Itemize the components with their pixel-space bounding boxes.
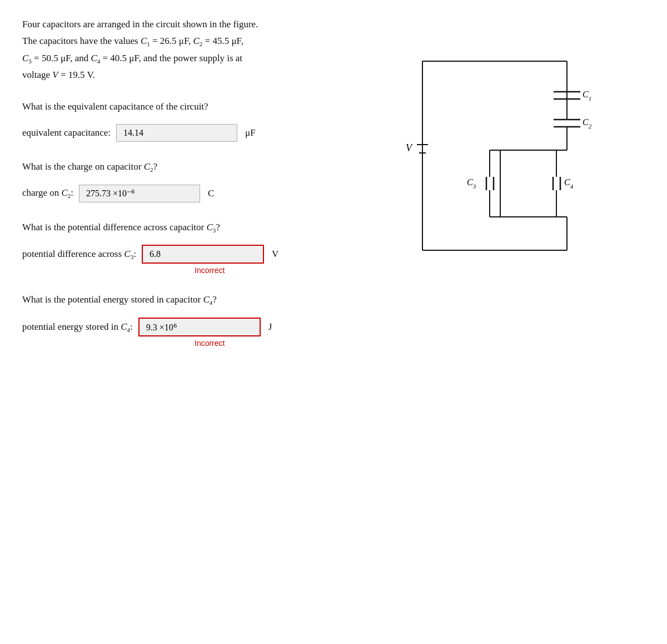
problem-text: Four capacitors are arranged in the circ… [22, 17, 367, 83]
question-text-4: What is the potential energy stored in c… [22, 293, 367, 308]
question-text-2: What is the charge on capacitor C2? [22, 160, 367, 175]
answer-unit-4: J [268, 321, 272, 333]
question-block-1: What is the equivalent capacitance of th… [22, 100, 367, 142]
question-block-4: What is the potential energy stored in c… [22, 293, 367, 348]
question-block-3: What is the potential difference across … [22, 220, 367, 275]
right-panel: V C1 [378, 17, 645, 298]
c4-label: C4 [564, 177, 574, 190]
intro-line-1: Four capacitors are arranged in the circ… [22, 17, 367, 32]
answer-input-2[interactable] [79, 185, 200, 202]
answer-label-2: charge on C2: [22, 187, 73, 199]
incorrect-label-4: Incorrect [195, 339, 367, 348]
answer-unit-3: V [272, 249, 278, 260]
answer-input-1[interactable] [116, 124, 237, 142]
answer-input-3[interactable] [142, 245, 264, 264]
circuit-diagram: V C1 [378, 28, 634, 295]
left-panel: Four capacitors are arranged in the circ… [22, 17, 378, 365]
page-layout: Four capacitors are arranged in the circ… [22, 17, 645, 365]
circuit-container: V C1 [378, 28, 645, 298]
answer-row-4: potential energy stored in C4: J [22, 318, 367, 336]
intro-line-4: voltage V = 19.5 V. [22, 67, 367, 83]
answer-row-2: charge on C2: C [22, 185, 367, 202]
c1-label: C1 [583, 90, 591, 102]
answer-label-1: equivalent capacitance: [22, 127, 111, 138]
incorrect-label-3: Incorrect [195, 266, 367, 275]
answer-label-4: potential energy stored in C4: [22, 321, 133, 333]
answer-row-3: potential difference across C3: V [22, 245, 367, 264]
c2-label: C2 [583, 117, 592, 130]
intro-line-2: The capacitors have the values C1 = 26.5… [22, 33, 367, 49]
c3-label: C3 [467, 177, 476, 190]
answer-input-4[interactable] [138, 318, 261, 336]
question-text-1: What is the equivalent capacitance of th… [22, 100, 367, 114]
answer-label-3: potential difference across C3: [22, 249, 136, 260]
question-block-2: What is the charge on capacitor C2? char… [22, 160, 367, 202]
question-text-3: What is the potential difference across … [22, 220, 367, 235]
answer-row-1: equivalent capacitance: μF [22, 124, 367, 142]
answer-unit-2: C [208, 188, 214, 199]
answer-unit-1: μF [245, 127, 256, 138]
v-label: V [406, 142, 413, 153]
intro-line-3: C3 = 50.5 μF, and C4 = 40.5 μF, and the … [22, 51, 367, 67]
